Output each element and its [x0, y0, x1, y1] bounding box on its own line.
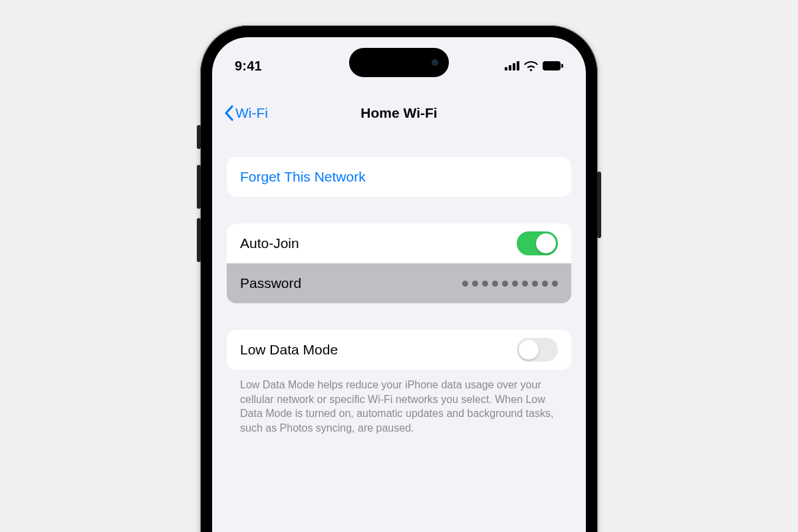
wifi-icon — [524, 61, 538, 71]
phone-frame: 9:41 Wi-Fi Home — [200, 25, 598, 532]
auto-join-row: Auto-Join — [227, 223, 571, 263]
status-time: 9:41 — [235, 59, 262, 74]
volume-down-button — [197, 218, 201, 262]
forget-group: Forget This Network — [227, 157, 571, 197]
back-label: Wi-Fi — [235, 105, 268, 121]
page-title: Home Wi-Fi — [360, 105, 437, 121]
forget-network-button[interactable]: Forget This Network — [227, 157, 571, 197]
chevron-left-icon — [224, 105, 234, 121]
low-data-toggle[interactable] — [517, 338, 558, 362]
password-value — [462, 281, 558, 287]
password-row[interactable]: Password — [227, 263, 571, 303]
power-button — [597, 172, 601, 238]
low-data-footnote: Low Data Mode helps reduce your iPhone d… — [227, 378, 571, 435]
svg-rect-0 — [543, 61, 561, 70]
low-data-label: Low Data Mode — [240, 342, 338, 358]
back-button[interactable]: Wi-Fi — [224, 105, 268, 121]
forget-label: Forget This Network — [240, 169, 366, 185]
low-data-group: Low Data Mode — [227, 330, 571, 370]
nav-bar: Wi-Fi Home Wi-Fi — [212, 96, 586, 130]
auto-join-label: Auto-Join — [240, 235, 299, 251]
side-button — [197, 125, 201, 149]
password-label: Password — [240, 275, 301, 291]
cellular-signal-icon — [505, 61, 519, 70]
dynamic-island — [349, 48, 449, 77]
auto-join-toggle[interactable] — [517, 231, 558, 255]
svg-rect-1 — [561, 64, 563, 68]
volume-up-button — [197, 165, 201, 209]
battery-icon — [543, 61, 563, 70]
screen: 9:41 Wi-Fi Home — [212, 37, 586, 532]
settings-group: Auto-Join Password — [227, 223, 571, 303]
low-data-row: Low Data Mode — [227, 330, 571, 370]
